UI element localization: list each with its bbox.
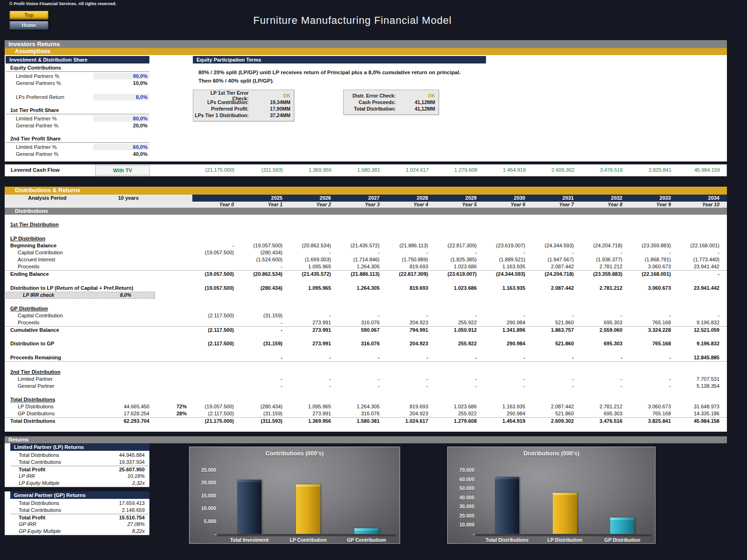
error-check-box-lp-tier1: LP 1st Tier Error Check:OKLPs Contributi…: [193, 90, 294, 121]
table-row: Total Distributions: [5, 396, 727, 403]
returns-row-label: LP IRR: [19, 473, 35, 480]
error-check-row: Distr. Error Check:OK: [344, 92, 438, 99]
cell-value: 1.369.956: [286, 418, 335, 425]
row-label: LP Distribition: [10, 235, 45, 242]
cell-value: 3.060.673: [626, 263, 675, 270]
cell-value: -: [383, 354, 432, 361]
bar-total-distributions: [495, 477, 519, 534]
assumption-input-cell[interactable]: 60,0%: [93, 144, 149, 150]
tv-toggle-cell[interactable]: With TV: [95, 165, 150, 175]
returns-row-label: Total Profit: [19, 466, 45, 473]
row-label: Proceeds: [18, 319, 39, 326]
bar-lp-distribution: [553, 493, 577, 534]
cell-value: (23.359.883): [626, 242, 675, 249]
page-title: Furniture Manufacturing Financial Model: [0, 14, 705, 27]
cell-value: (19.057.500): [189, 285, 238, 292]
assumption-input-cell[interactable]: 90,0%: [93, 73, 149, 79]
cell-value: -: [286, 354, 335, 361]
table-spacer-row: [5, 347, 727, 354]
y-tick-label: 5.000: [192, 518, 216, 524]
section-band-distributions: Distributions: [5, 208, 727, 215]
cell-value: -: [578, 249, 626, 256]
cell-value: (311.593): [238, 418, 286, 425]
cell-value: (1.669.003): [286, 256, 335, 263]
cell-value: -: [626, 312, 675, 319]
cash-flow-value: 1.369.956: [287, 165, 335, 175]
year-label-cell: Year 2: [286, 202, 335, 208]
cell-value: 316.076: [335, 410, 383, 417]
cell-value: -: [529, 249, 578, 256]
cash-flow-value: 1.454.919: [481, 165, 529, 175]
returns-row: Total Profit25.607.950: [10, 466, 148, 473]
cell-value: -: [335, 312, 383, 319]
table-row: Limited Partner---------7.707.531: [5, 376, 727, 383]
equity-terms-line-1: 80% / 20% split (LP/GP) unitl LP receive…: [198, 70, 461, 75]
year-label-cell: Year 9: [626, 202, 675, 208]
cell-value: (280.434): [238, 285, 286, 292]
assumption-value: 10,0%: [93, 80, 149, 86]
cell-value: 819.693: [383, 263, 432, 270]
cell-value: 31.648.973: [675, 403, 723, 410]
error-check-value: 41,12MM: [396, 106, 438, 112]
returns-row: GP IRR27,08%: [10, 521, 148, 528]
row-values: -(19.057.500)(20.862.534)(21.435.572)(21…: [189, 242, 723, 249]
cell-value: (24.204.718): [578, 242, 626, 249]
cell-value: -: [432, 312, 480, 319]
cell-value: (1.889.521): [480, 256, 529, 263]
cell-value: 316.076: [335, 340, 383, 347]
section-band-returns: Returns: [5, 436, 727, 443]
cell-value: 3.825.841: [626, 418, 675, 425]
row-label: 2nd Tier Distribution: [10, 369, 60, 376]
cell-value: (280.434): [238, 249, 286, 256]
x-axis-line: [476, 534, 651, 535]
error-check-label: LPs Tier 1 Distribution:: [193, 112, 249, 118]
table-row: 1st Tier Distribution: [5, 221, 727, 228]
row-label: Total Distributions: [10, 418, 55, 425]
cell-value: 14.335.186: [675, 410, 723, 417]
cell-value: (31.159): [238, 340, 286, 347]
row-label: Distribution to GP: [10, 340, 54, 347]
bar-lp-contribution: [296, 484, 320, 534]
cell-value: 2.559.060: [578, 327, 626, 334]
section-band-distributions-returns: Distributions & Returns: [5, 187, 727, 195]
cell-value: 2.781.212: [578, 263, 626, 270]
row-label: GP Distribution: [10, 305, 48, 312]
error-check-label: LPs Contribution:: [193, 99, 249, 105]
assumption-row: General Partner %20,0%: [6, 122, 149, 129]
row-label: Proceeds: [18, 263, 39, 270]
table-row: LP Distributions44.665.45072%(19.057.500…: [5, 403, 727, 410]
returns-row: Total Distributions44.945.884: [10, 452, 148, 459]
cell-value: (2.117.500): [189, 327, 238, 334]
cell-value: 521.860: [529, 319, 578, 326]
cell-value: 273.991: [286, 410, 335, 417]
cell-value: -: [675, 249, 723, 256]
assumption-group-gap: [6, 129, 149, 135]
assumption-label: Limited Partner %: [16, 116, 93, 121]
row-values: ---------5.138.354: [189, 383, 723, 390]
table-spacer-row: [5, 278, 727, 285]
table-row: General Partner---------5.138.354: [5, 383, 727, 390]
cell-value: 819.693: [383, 285, 432, 292]
distributions-table: 1st Tier DistributionLP DistribitionBegi…: [5, 215, 727, 432]
cell-value: -: [578, 376, 626, 383]
cell-value: 1.023.686: [432, 403, 480, 410]
assumption-input-cell[interactable]: 8,0%: [93, 94, 149, 100]
cell-value: -: [238, 383, 286, 390]
year-header-cell: 2026: [286, 195, 335, 202]
table-row: Ending Balance(19.057.500)(20.862.534)(2…: [5, 271, 727, 278]
bar-label: LP Distribution: [532, 537, 598, 543]
bar-gp-distribution: [610, 518, 634, 534]
cell-value: (21.886.113): [383, 242, 432, 249]
table-row: Proceeds-273.991316.076204.923255.922290…: [5, 319, 727, 327]
cash-flow-value: 1.580.381: [335, 165, 384, 175]
cell-value: (24.344.593): [480, 271, 529, 278]
y-tick-label: 10.000: [192, 505, 216, 511]
row-label: Cumulative Balance: [10, 327, 59, 334]
returns-row-value: 2,32x: [132, 480, 145, 487]
cell-value: (280.434): [238, 403, 286, 410]
analysis-period-row: Analysis Period 10 years 202520262027202…: [5, 195, 727, 202]
cell-value: (1.936.377): [578, 256, 626, 263]
cell-value: -: [626, 383, 675, 390]
table-spacer-row: [5, 334, 727, 340]
assumption-input-cell[interactable]: 80,0%: [93, 115, 149, 122]
